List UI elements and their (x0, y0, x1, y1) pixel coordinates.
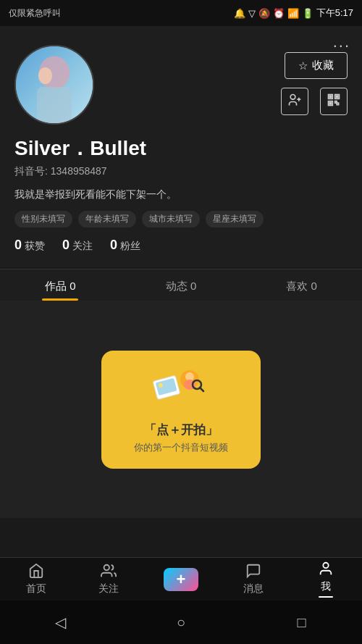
bottom-nav: 首页 关注 + 消息 我 (0, 557, 362, 601)
notification-icon: 🔔 (234, 8, 245, 19)
svg-line-20 (200, 388, 203, 391)
status-bar: 仅限紧急呼叫 🔔 ▽ 🔕 ⏰ 📶 🔋 下午5:17 (0, 0, 362, 26)
status-emergency-text: 仅限紧急呼叫 (9, 7, 61, 20)
recent-button[interactable]: □ (287, 608, 316, 637)
back-button[interactable]: ◁ (46, 608, 75, 637)
svg-point-22 (323, 563, 328, 568)
action-icons (281, 88, 348, 115)
nav-following-label: 关注 (98, 582, 119, 595)
nav-profile[interactable]: 我 (308, 561, 344, 598)
profile-nav-icon (318, 561, 334, 579)
nav-profile-label: 我 (321, 580, 331, 593)
bio: 我就是举报到死看能不能下架一个。 (14, 187, 348, 202)
stat-following[interactable]: 0 关注 (62, 238, 93, 253)
tab-dynamics-label: 动态 0 (166, 280, 197, 292)
alarm-icon: ⏰ (273, 8, 285, 19)
tab-likes[interactable]: 喜欢 0 (241, 269, 362, 301)
tab-dynamics[interactable]: 动态 0 (121, 269, 242, 301)
nav-plus[interactable]: + (163, 568, 199, 591)
messages-icon (245, 563, 261, 581)
svg-point-4 (290, 94, 295, 99)
likes-label: 获赞 (25, 240, 45, 253)
cta-title: 「点＋开拍」 (144, 422, 218, 438)
home-button[interactable]: ○ (167, 608, 195, 637)
avatar (14, 45, 94, 125)
avatar-image (16, 46, 93, 123)
nav-home-label: 首页 (26, 582, 46, 595)
profile-top: ☆ 收藏 (14, 45, 348, 125)
svg-rect-11 (336, 96, 338, 98)
nav-messages[interactable]: 消息 (235, 563, 272, 595)
nav-messages-label: 消息 (243, 582, 264, 595)
svg-rect-12 (329, 102, 332, 104)
likes-count: 0 (14, 238, 22, 253)
douyin-id: 抖音号: 1348958487 (14, 165, 348, 178)
cta-card[interactable]: 「点＋开拍」 你的第一个抖音短视频 (101, 351, 261, 469)
time-display: 下午5:17 (316, 7, 353, 20)
cta-icons (152, 365, 210, 416)
tab-works[interactable]: 作品 0 (0, 269, 121, 301)
cta-subtitle: 你的第一个抖音短视频 (134, 441, 228, 454)
collect-button[interactable]: ☆ 收藏 (285, 52, 348, 79)
tag-zodiac: 星座未填写 (206, 211, 264, 227)
add-friend-button[interactable] (281, 88, 308, 115)
stat-followers[interactable]: 0 粉丝 (110, 238, 140, 253)
following-nav-icon (101, 563, 117, 581)
tag-city: 城市未填写 (142, 211, 200, 227)
svg-rect-10 (329, 96, 332, 98)
stats: 0 获赞 0 关注 0 粉丝 (14, 238, 348, 253)
svg-rect-2 (37, 87, 72, 123)
tab-works-label: 作品 0 (45, 280, 76, 292)
profile-actions: ☆ 收藏 (281, 52, 348, 115)
more-options-button[interactable]: ··· (333, 36, 350, 55)
android-nav: ◁ ○ □ (0, 601, 362, 644)
tag-age: 年龄未填写 (78, 211, 136, 227)
qrcode-button[interactable] (320, 88, 348, 115)
tag-gender: 性别未填写 (14, 211, 72, 227)
followers-label: 粉丝 (120, 240, 140, 253)
battery-icon: 🔋 (302, 8, 313, 19)
following-count: 0 (62, 238, 70, 253)
collect-label: 收藏 (312, 59, 334, 72)
tabs-bar: 作品 0 动态 0 喜欢 0 (0, 269, 362, 301)
followers-count: 0 (110, 238, 117, 253)
content-area: 「点＋开拍」 你的第一个抖音短视频 (0, 301, 362, 518)
profile-tags: 性别未填写 年龄未填写 城市未填写 星座未填写 (14, 211, 348, 227)
svg-point-21 (104, 565, 109, 570)
profile-section: ☆ 收藏 (0, 26, 362, 267)
wifi-icon: 📶 (287, 8, 299, 19)
nav-home[interactable]: 首页 (18, 563, 54, 595)
following-label: 关注 (72, 240, 93, 253)
username: Silver．Bullet (14, 135, 348, 162)
silent-icon: 🔕 (258, 8, 270, 19)
stat-likes: 0 获赞 (14, 238, 45, 253)
svg-point-3 (38, 67, 52, 84)
vpn-icon: ▽ (248, 8, 256, 19)
status-icons: 🔔 ▽ 🔕 ⏰ 📶 🔋 下午5:17 (234, 7, 353, 20)
home-icon (28, 563, 44, 581)
tab-likes-label: 喜欢 0 (286, 280, 317, 292)
star-icon: ☆ (298, 59, 308, 72)
plus-icon: + (177, 570, 186, 589)
nav-following[interactable]: 关注 (90, 563, 127, 595)
qrcode-icon (327, 93, 341, 111)
plus-button[interactable]: + (164, 568, 198, 591)
add-friend-icon (287, 93, 302, 111)
